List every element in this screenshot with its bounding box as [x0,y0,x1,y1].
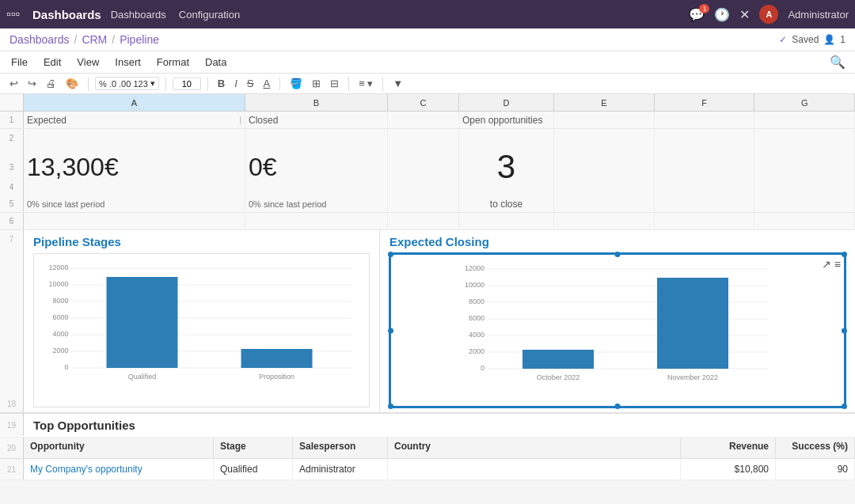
merge-btn[interactable]: ⊟ [327,76,342,91]
breadcrumb-dashboards[interactable]: Dashboards [10,33,70,46]
cell-a6[interactable] [24,213,245,229]
user-avatar[interactable]: A [759,5,778,24]
underline-button[interactable]: A [260,76,273,91]
handle-bl[interactable] [388,404,393,409]
td-success[interactable]: 90 [776,459,855,479]
cell-g2[interactable] [754,129,855,146]
italic-button[interactable]: I [231,76,241,91]
cell-b2[interactable] [245,129,388,146]
cell-a2[interactable] [24,129,245,146]
menu-insert[interactable]: Insert [113,53,142,71]
close-icon[interactable]: ✕ [739,7,750,22]
cell-c4[interactable] [388,178,459,195]
handle-tm[interactable] [615,252,621,257]
chat-icon[interactable]: 💬 1 [689,7,705,22]
handle-tr[interactable] [842,252,847,257]
col-header-f[interactable]: F [655,94,755,111]
cell-g5[interactable] [754,195,855,212]
cell-d6[interactable] [459,213,554,229]
cell-c2[interactable] [388,129,459,146]
cell-e1[interactable] [554,112,655,128]
font-size-input[interactable]: 10 [173,78,201,90]
sep-2 [165,77,166,91]
menu-view[interactable]: View [75,53,101,71]
user-name[interactable]: Administrator [788,9,849,21]
td-opportunity[interactable]: My Company's opportunity [24,459,214,479]
paint-format-btn[interactable]: 🎨 [63,76,82,91]
menu-format[interactable]: Format [155,53,191,71]
cell-f4[interactable] [655,178,755,195]
menu-edit[interactable]: Edit [42,53,63,71]
cell-g6[interactable] [754,213,855,229]
cell-e6[interactable] [554,213,655,229]
cell-b6[interactable] [245,213,388,229]
check-icon: ✓ [779,34,787,45]
td-salesperson[interactable]: Administrator [293,459,388,479]
cell-f2[interactable] [655,129,755,146]
cell-f1[interactable] [655,112,755,128]
cell-c5[interactable] [388,195,459,212]
td-country[interactable] [388,459,681,479]
cell-e4[interactable] [554,178,655,195]
cell-e5[interactable] [554,195,655,212]
apps-icon[interactable]: ▫▫▫ [6,7,20,21]
breadcrumb-pipeline[interactable]: Pipeline [120,33,159,46]
print-btn[interactable]: 🖨 [43,76,59,91]
cell-b5[interactable]: 0% since last period [245,195,388,212]
cell-e2[interactable] [554,129,655,146]
cell-g1[interactable] [754,112,855,128]
cell-b1[interactable]: Closed [245,112,388,128]
svg-text:0: 0 [64,363,68,371]
cell-c1[interactable] [388,112,459,128]
menu-data[interactable]: Data [203,53,228,71]
col-header-b[interactable]: B [245,94,388,111]
number-format-selector[interactable]: % .0 .00 123 ▾ [95,77,159,90]
cell-d5[interactable]: to close [459,195,554,212]
fill-color-btn[interactable]: 🪣 [287,76,306,91]
cell-a4[interactable] [24,178,245,195]
cell-d4[interactable] [459,178,554,195]
filter-btn[interactable]: ▼ [390,76,406,91]
pipeline-chart-title: Pipeline Stages [33,235,370,248]
col-header-d[interactable]: D [459,94,554,111]
nav-configuration[interactable]: Configuration [179,9,240,21]
app-title[interactable]: Dashboards [32,8,101,21]
handle-bm[interactable] [615,404,621,409]
svg-text:6000: 6000 [52,313,68,321]
cell-d2[interactable] [459,129,554,146]
border-btn[interactable]: ⊞ [309,76,324,91]
col-header-a[interactable]: A [24,94,245,111]
cell-b4[interactable] [245,178,388,195]
cell-a1[interactable]: Expected | [24,112,245,128]
td-revenue[interactable]: $10,800 [681,459,776,479]
row-1: 1 Expected | Closed Open opportunities [0,112,855,129]
clock-icon[interactable]: 🕐 [714,7,730,22]
nav-dashboards[interactable]: Dashboards [111,9,166,21]
menu-file[interactable]: File [10,53,29,71]
cell-d1[interactable]: Open opportunities [459,112,554,128]
td-stage[interactable]: Qualified [214,459,293,479]
expected-chart-container[interactable]: ↗ ≡ 12000 10000 8000 6000 4000 2000 0 [390,253,846,407]
bold-button[interactable]: B [215,76,228,91]
undo-btn[interactable]: ↩ [6,76,21,91]
handle-tl[interactable] [388,252,393,257]
cell-c6[interactable] [388,213,459,229]
cell-g4[interactable] [754,178,855,195]
search-icon[interactable]: 🔍 [830,55,846,70]
align-btn[interactable]: ≡ ▾ [355,76,376,91]
handle-mr[interactable] [842,328,847,333]
handle-ml[interactable] [388,328,393,333]
cell-f6[interactable] [655,213,755,229]
cell-a5[interactable]: 0% since last period [24,195,245,212]
col-header-c[interactable]: C [388,94,459,111]
chart-external-link-btn[interactable]: ↗ [822,258,831,271]
handle-br[interactable] [842,404,847,409]
col-header-g[interactable]: G [754,94,855,111]
pipeline-chart-container[interactable]: 12000 10000 8000 6000 4000 2000 0 [33,253,370,407]
chart-menu-btn[interactable]: ≡ [834,258,841,271]
redo-btn[interactable]: ↪ [25,76,40,91]
col-header-e[interactable]: E [554,94,655,111]
strikethrough-button[interactable]: S [244,76,257,91]
breadcrumb-crm[interactable]: CRM [82,33,107,46]
cell-f5[interactable] [655,195,755,212]
